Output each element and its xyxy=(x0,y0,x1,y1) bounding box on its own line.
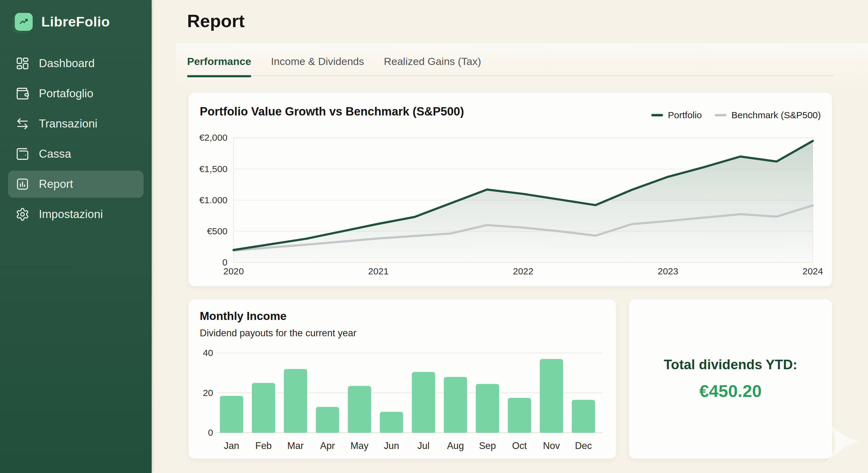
sidebar-item-label: Cassa xyxy=(39,147,71,161)
svg-text:Sep: Sep xyxy=(479,440,496,451)
svg-text:40: 40 xyxy=(203,348,213,358)
svg-text:Feb: Feb xyxy=(255,440,272,451)
tab-realized-gains-tax[interactable]: Realized Gains (Tax) xyxy=(384,56,481,67)
librefolio-logo-icon xyxy=(15,13,33,31)
svg-text:€500: €500 xyxy=(207,226,227,236)
svg-text:Oct: Oct xyxy=(512,440,527,451)
monthly-income-bar-chart: 40200JanFebMarAprMayJunJulAugSepOctNovDe… xyxy=(189,299,616,459)
wallet-icon xyxy=(16,87,30,101)
sidebar-item-report[interactable]: Report xyxy=(8,171,144,198)
svg-text:Nov: Nov xyxy=(543,440,560,451)
tab-income-dividends[interactable]: Income & Dividends xyxy=(271,56,364,67)
total-dividends-label: Total dividends YTD: xyxy=(664,357,798,372)
total-dividends-card: Total dividends YTD: €450.20 xyxy=(629,299,832,459)
svg-text:Dec: Dec xyxy=(575,440,592,451)
sidebar-item-label: Report xyxy=(39,178,73,191)
monthly-income-card: Monthly Income Dividend payouts for the … xyxy=(188,299,616,459)
svg-text:Jul: Jul xyxy=(417,440,429,451)
report-chart-icon xyxy=(16,177,30,191)
svg-text:20: 20 xyxy=(203,388,213,398)
sidebar-nav: DashboardPortafoglioTransazioniCassaRepo… xyxy=(0,50,152,228)
tab-performance[interactable]: Performance xyxy=(187,56,251,67)
svg-text:2024: 2024 xyxy=(803,266,823,276)
sidebar-item-cassa[interactable]: Cassa xyxy=(8,140,144,168)
sidebar-item-label: Portafoglio xyxy=(39,87,93,100)
svg-text:2021: 2021 xyxy=(368,266,389,276)
svg-text:2023: 2023 xyxy=(658,266,678,276)
svg-text:Apr: Apr xyxy=(320,440,335,451)
brand-name: LibreFolio xyxy=(41,14,110,30)
librefolio-app: LibreFolio DashboardPortafoglioTransazio… xyxy=(0,0,868,473)
svg-text:0: 0 xyxy=(208,428,213,438)
cash-wallet-icon xyxy=(16,147,30,161)
svg-text:€2,000: €2,000 xyxy=(199,133,227,143)
svg-text:€1.000: €1.000 xyxy=(199,195,227,205)
svg-text:Jun: Jun xyxy=(384,440,399,451)
settings-gear-icon xyxy=(16,207,30,222)
tab-bar: PerformanceIncome & DividendsRealized Ga… xyxy=(187,56,834,76)
sidebar-item-impostazioni[interactable]: Impostazioni xyxy=(8,201,144,228)
svg-text:€1,500: €1,500 xyxy=(199,164,227,174)
svg-text:May: May xyxy=(350,440,369,451)
svg-text:Mar: Mar xyxy=(287,440,304,451)
sidebar-item-label: Transazioni xyxy=(39,117,97,130)
svg-text:2020: 2020 xyxy=(223,266,244,276)
sidebar: LibreFolio DashboardPortafoglioTransazio… xyxy=(0,0,152,473)
sidebar-item-portafoglio[interactable]: Portafoglio xyxy=(8,80,144,107)
total-dividends-amount: €450.20 xyxy=(700,381,762,401)
page-title: Report xyxy=(187,10,245,31)
svg-text:2022: 2022 xyxy=(513,266,533,276)
brand: LibreFolio xyxy=(0,0,152,31)
svg-text:Aug: Aug xyxy=(447,440,464,451)
sidebar-item-label: Dashboard xyxy=(39,57,95,70)
svg-text:Jan: Jan xyxy=(224,440,239,451)
sidebar-item-label: Impostazioni xyxy=(39,208,103,221)
sidebar-item-dashboard[interactable]: Dashboard xyxy=(8,50,144,77)
transfer-arrows-icon xyxy=(16,117,30,131)
sidebar-item-transazioni[interactable]: Transazioni xyxy=(8,110,144,137)
dashboard-icon xyxy=(16,56,30,70)
performance-line-chart: 0€500€1.000€1,500€2,00020202021202220232… xyxy=(189,93,832,286)
performance-chart-card: Portfolio Value Growth vs Benchmark (S&P… xyxy=(188,92,832,286)
main-content: Report PerformanceIncome & DividendsReal… xyxy=(152,0,868,473)
